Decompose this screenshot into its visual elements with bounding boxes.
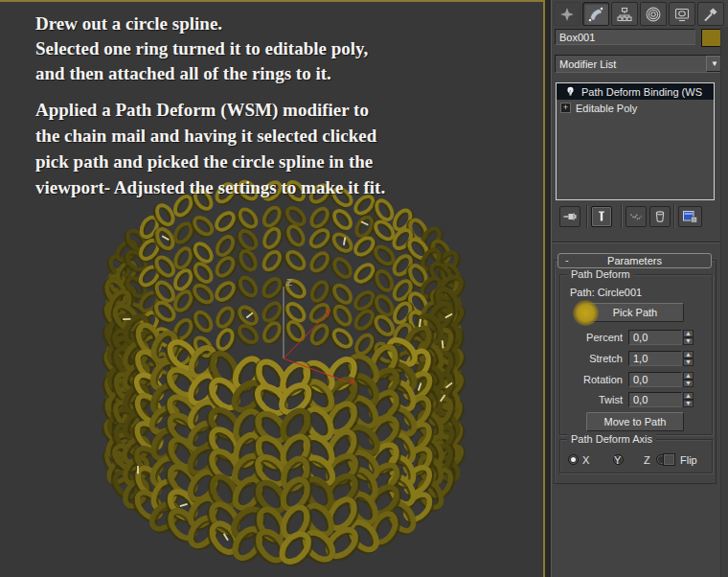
make-unique-icon <box>628 209 644 224</box>
utilities-icon <box>703 7 718 22</box>
chainmail-model: Zyx <box>0 2 543 577</box>
stretch-spinner[interactable]: ▲ ▼ <box>683 351 694 366</box>
annotation-line: Selected one ring turned it to editable … <box>35 36 368 61</box>
viewport-annotation-paragraph-1: Drew out a circle spline. Selected one r… <box>35 12 368 86</box>
tab-modify[interactable] <box>582 2 609 26</box>
svg-text:x: x <box>349 375 355 387</box>
annotation-line: Applied a Path Deform (WSM) modifier to <box>35 97 385 123</box>
tab-display[interactable] <box>669 2 695 26</box>
panel-scrollbar[interactable] <box>720 27 728 577</box>
stack-item-editable-poly[interactable]: + Editable Poly <box>557 100 714 116</box>
axis-x-radio[interactable] <box>568 454 579 465</box>
viewport-3d[interactable]: Zyx Drew out a circle spline. Selected o… <box>0 0 545 577</box>
spinner-up-icon[interactable]: ▲ <box>683 330 694 337</box>
svg-text:Z: Z <box>286 278 292 288</box>
expand-plus-icon[interactable]: + <box>560 103 571 113</box>
modifier-list-dropdown[interactable]: Modifier List ▼ <box>555 55 724 73</box>
stack-item-label: Editable Poly <box>576 103 637 114</box>
show-end-result-button[interactable] <box>591 206 612 227</box>
stretch-field[interactable] <box>628 351 682 366</box>
application-window: Zyx Drew out a circle spline. Selected o… <box>0 0 728 577</box>
rollout-title: Parameters <box>607 255 662 266</box>
group-title: Path Deform Axis <box>567 433 656 445</box>
stack-item-label: Path Deform Binding (WS <box>557 86 714 98</box>
make-unique-button[interactable] <box>626 206 647 227</box>
percent-field[interactable] <box>628 330 682 345</box>
object-name-field[interactable] <box>555 29 695 45</box>
flip-checkbox[interactable] <box>663 453 675 466</box>
axis-options-row: X Y Z Flip <box>552 453 711 469</box>
stack-item-path-deform-binding[interactable]: Path Deform Binding (WS <box>557 83 714 100</box>
motion-icon <box>646 7 661 22</box>
remove-modifier-button[interactable] <box>649 206 671 227</box>
parameters-rollout-header[interactable]: - Parameters <box>557 253 712 268</box>
spinner-label: Rotation <box>552 374 623 385</box>
stretch-input[interactable] <box>629 352 681 365</box>
annotation-line: viewport- Adjusted the settings to make … <box>35 174 385 200</box>
axis-y-label: Y <box>614 454 621 466</box>
command-panel: Modifier List ▼ Path Deform Binding (WS … <box>552 0 728 577</box>
pushpin-icon <box>562 209 578 224</box>
pick-path-label: Pick Path <box>613 307 657 318</box>
spinner-down-icon[interactable]: ▼ <box>683 400 694 407</box>
viewport-annotation-paragraph-2: Applied a Path Deform (WSM) modifier to … <box>35 97 385 200</box>
move-to-path-button[interactable]: Move to Path <box>586 412 684 431</box>
object-name-input[interactable] <box>556 30 694 44</box>
toolbar-separator <box>673 205 675 228</box>
test-tube-icon <box>594 209 609 224</box>
move-to-path-label: Move to Path <box>604 416 667 427</box>
rotation-field[interactable] <box>628 372 682 387</box>
viewport-panel-divider <box>545 0 552 577</box>
svg-text:y: y <box>325 306 331 318</box>
panel-divider <box>552 242 728 243</box>
annotation-line: the chain mail and having it selected cl… <box>35 123 385 149</box>
tab-utilities[interactable] <box>697 2 724 26</box>
pin-stack-button[interactable] <box>559 206 580 227</box>
twist-input[interactable] <box>629 393 681 406</box>
percent-input[interactable] <box>629 331 681 344</box>
configure-sets-icon <box>682 209 698 224</box>
percent-spinner[interactable]: ▲ ▼ <box>683 330 694 345</box>
spinner-label: Stretch <box>552 353 623 364</box>
rotation-spinner[interactable]: ▲ ▼ <box>683 372 694 387</box>
spinner-up-icon[interactable]: ▲ <box>683 392 694 400</box>
spinner-up-icon[interactable]: ▲ <box>683 372 694 380</box>
toolbar-separator <box>586 205 588 228</box>
chevron-down-icon: ▼ <box>711 59 718 68</box>
flip-label: Flip <box>680 454 697 466</box>
tab-motion[interactable] <box>640 2 667 26</box>
rotation-input[interactable] <box>629 373 681 386</box>
pick-path-button[interactable]: Pick Path <box>586 303 684 322</box>
tab-hierarchy[interactable] <box>611 2 638 26</box>
annotation-line: pick path and picked the circle spline i… <box>35 149 385 174</box>
spinner-label: Percent <box>552 332 623 343</box>
spinner-up-icon[interactable]: ▲ <box>683 351 694 358</box>
display-icon <box>674 7 690 22</box>
modifier-list-value: Modifier List <box>556 56 706 72</box>
axis-x-label: X <box>582 454 589 466</box>
modifier-stack: Path Deform Binding (WS + Editable Poly <box>556 82 715 200</box>
axis-z-label: Z <box>644 454 650 466</box>
annotation-line: Drew out a circle spline. <box>35 12 368 36</box>
annotation-line: and then attached all of the rings to it… <box>35 61 368 86</box>
spinner-down-icon[interactable]: ▼ <box>683 337 694 345</box>
tab-create[interactable] <box>554 2 580 26</box>
toolbar-separator <box>621 205 623 228</box>
group-title: Path Deform <box>567 268 634 280</box>
twist-field[interactable] <box>628 392 682 407</box>
trash-icon <box>652 209 668 224</box>
create-icon <box>559 7 575 22</box>
collapse-icon[interactable]: - <box>565 254 569 265</box>
spinner-down-icon[interactable]: ▼ <box>683 380 694 387</box>
modify-icon <box>588 7 603 22</box>
configure-modifier-sets-button[interactable] <box>678 206 702 227</box>
hierarchy-icon <box>617 7 632 22</box>
twist-spinner[interactable]: ▲ ▼ <box>683 392 694 407</box>
spinner-down-icon[interactable]: ▼ <box>683 358 694 366</box>
path-object-label: Path: Circle001 <box>570 287 642 298</box>
spinner-label: Twist <box>552 394 623 405</box>
